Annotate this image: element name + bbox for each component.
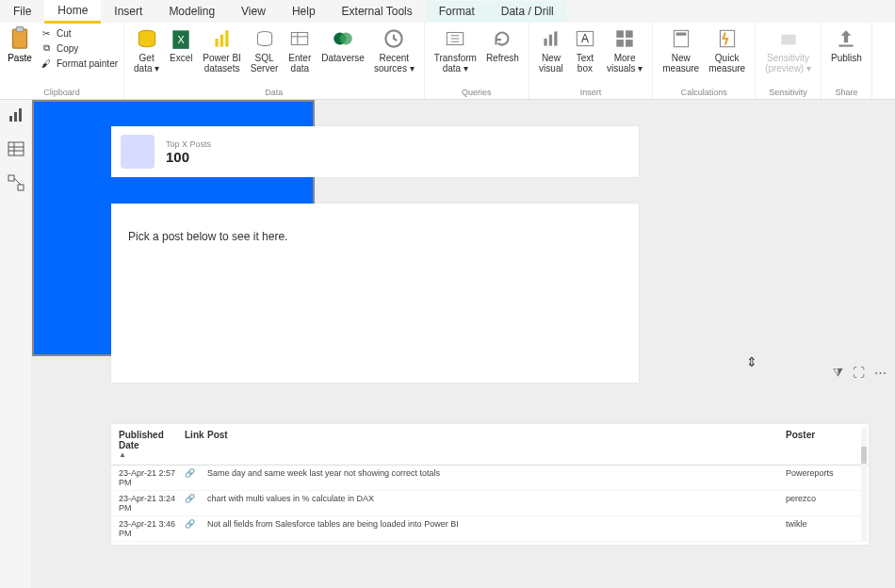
col-published-date[interactable]: Published Date	[119, 430, 164, 450]
tab-modeling[interactable]: Modeling	[155, 1, 228, 22]
focus-mode-icon[interactable]: ⛶	[853, 366, 865, 381]
report-view-button[interactable]	[7, 106, 25, 124]
svg-rect-16	[544, 39, 546, 46]
dataverse-button[interactable]: Dataverse	[317, 24, 368, 65]
group-data-label: Data	[265, 87, 283, 99]
get-data-button[interactable]: Getdata ▾	[130, 24, 163, 75]
svg-rect-1	[16, 27, 24, 32]
col-link[interactable]: Link	[185, 430, 207, 459]
cell-poster: perezco	[786, 494, 861, 513]
svg-text:A: A	[581, 32, 589, 45]
group-calc-label: Calculations	[681, 87, 727, 99]
publish-icon	[834, 26, 858, 51]
text-box-button[interactable]: ATextbox	[569, 24, 601, 75]
quick-measure-button[interactable]: Quickmeasure	[705, 24, 749, 75]
more-options-icon[interactable]: ⋯	[874, 366, 887, 381]
paste-button[interactable]: Paste	[6, 24, 38, 63]
text-box-icon: A	[573, 26, 597, 51]
pbi-datasets-button[interactable]: Power BIdatasets	[199, 24, 245, 75]
tab-help[interactable]: Help	[279, 1, 329, 22]
group-share-label: Share	[835, 87, 857, 99]
table-visual[interactable]: Published Date▲ Link Post Poster 23-Apr-…	[111, 424, 869, 545]
data-view-button[interactable]	[7, 139, 25, 158]
filter-icon[interactable]: ⧩	[833, 366, 843, 381]
table-row[interactable]: 23-Apr-21 2:57 PM🔗Same day and same week…	[111, 466, 869, 491]
cell-post: Same day and same week last year not sho…	[207, 468, 786, 487]
tab-home[interactable]: Home	[44, 0, 101, 24]
sensitivity-icon	[776, 26, 801, 51]
svg-line-39	[14, 178, 21, 185]
get-data-icon	[135, 26, 159, 51]
copy-button[interactable]: ⧉Copy	[40, 41, 118, 55]
ribbon-group-insert: Newvisual ATextbox Morevisuals ▾ Insert	[529, 23, 653, 99]
new-measure-button[interactable]: Newmeasure	[659, 24, 703, 75]
svg-rect-28	[781, 35, 795, 45]
tab-data-drill[interactable]: Data / Drill	[488, 1, 567, 22]
text-card[interactable]: Pick a post below to see it here.	[111, 204, 639, 383]
table-row[interactable]: 23-Apr-21 3:24 PM🔗chart with multi value…	[111, 491, 869, 516]
group-insert-label: Insert	[580, 87, 602, 99]
table-row[interactable]: 23-Apr-21 3:46 PM🔗Not all fields from Sa…	[111, 516, 869, 542]
quick-measure-icon	[715, 26, 740, 51]
refresh-button[interactable]: Refresh	[482, 24, 523, 65]
kpi-title: Top X Posts	[166, 139, 211, 149]
menu-tabs: File Home Insert Modeling View Help Exte…	[0, 0, 895, 23]
recent-icon	[382, 26, 406, 51]
svg-rect-31	[14, 112, 17, 122]
tab-external-tools[interactable]: External Tools	[329, 1, 426, 22]
transform-data-button[interactable]: Transformdata ▾	[431, 24, 480, 75]
format-painter-icon: 🖌	[40, 57, 53, 70]
svg-rect-30	[9, 116, 12, 122]
ribbon-group-queries: Transformdata ▾ Refresh Queries	[425, 23, 529, 99]
svg-point-13	[340, 33, 352, 45]
col-poster[interactable]: Poster	[786, 430, 861, 459]
cell-date: 23-Apr-21 3:24 PM	[119, 494, 185, 513]
cell-post: Not all fields from Salesforce tables ar…	[207, 519, 786, 538]
cell-poster: Powereports	[786, 468, 861, 487]
visual-tools: ⧩ ⛶ ⋯	[833, 366, 887, 381]
table-row[interactable]: 23-Apr-21 3:49 PM🔗Need help writing a me…	[111, 542, 869, 545]
report-canvas[interactable]: Top X Posts 100 Pick a post below to see…	[32, 100, 895, 588]
kpi-card[interactable]: Top X Posts 100	[111, 126, 639, 177]
tab-file[interactable]: File	[0, 1, 44, 22]
recent-sources-button[interactable]: Recentsources ▾	[370, 24, 418, 75]
cell-post: chart with multi values in % calculate i…	[207, 494, 786, 513]
tab-insert[interactable]: Insert	[101, 1, 155, 22]
copy-icon: ⧉	[40, 41, 53, 55]
sensitivity-button: Sensitivity(preview) ▾	[761, 24, 815, 75]
svg-rect-5	[215, 39, 218, 47]
sql-server-button[interactable]: SQLServer	[247, 24, 282, 75]
group-clipboard-label: Clipboard	[43, 87, 80, 99]
cut-icon: ✂	[40, 26, 53, 40]
table-scrollbar[interactable]	[861, 428, 867, 541]
cut-label: Cut	[57, 28, 72, 39]
sort-asc-icon: ▲	[119, 450, 185, 459]
svg-rect-37	[8, 175, 14, 181]
ribbon-group-clipboard: Paste ✂Cut ⧉Copy 🖌Format painter Clipboa…	[0, 23, 124, 99]
cell-date: 23-Apr-21 2:57 PM	[119, 468, 185, 487]
cut-button[interactable]: ✂Cut	[40, 26, 118, 40]
model-view-button[interactable]	[7, 173, 25, 192]
excel-button[interactable]: XExcel	[165, 24, 197, 65]
paste-label: Paste	[8, 53, 32, 63]
ribbon-group-data: Getdata ▾ XExcel Power BIdatasets SQLSer…	[124, 23, 425, 99]
more-visuals-button[interactable]: Morevisuals ▾	[603, 24, 646, 75]
dataverse-icon	[331, 26, 355, 51]
svg-rect-26	[675, 33, 686, 36]
enter-data-button[interactable]: Enterdata	[284, 24, 316, 75]
format-painter-button[interactable]: 🖌Format painter	[40, 57, 118, 70]
scrollbar-thumb[interactable]	[861, 447, 867, 464]
transform-icon	[443, 26, 467, 51]
svg-rect-21	[616, 30, 624, 38]
group-queries-label: Queries	[462, 87, 492, 99]
col-post[interactable]: Post	[207, 430, 786, 459]
ribbon-group-calculations: Newmeasure Quickmeasure Calculations	[653, 23, 756, 99]
cell-link-icon[interactable]: 🔗	[185, 494, 207, 513]
cell-link-icon[interactable]: 🔗	[185, 519, 207, 538]
cell-link-icon[interactable]: 🔗	[185, 468, 207, 487]
new-visual-button[interactable]: Newvisual	[535, 24, 567, 75]
svg-rect-7	[225, 30, 228, 46]
tab-view[interactable]: View	[228, 1, 279, 22]
tab-format[interactable]: Format	[426, 1, 488, 22]
publish-button[interactable]: Publish	[827, 24, 866, 65]
